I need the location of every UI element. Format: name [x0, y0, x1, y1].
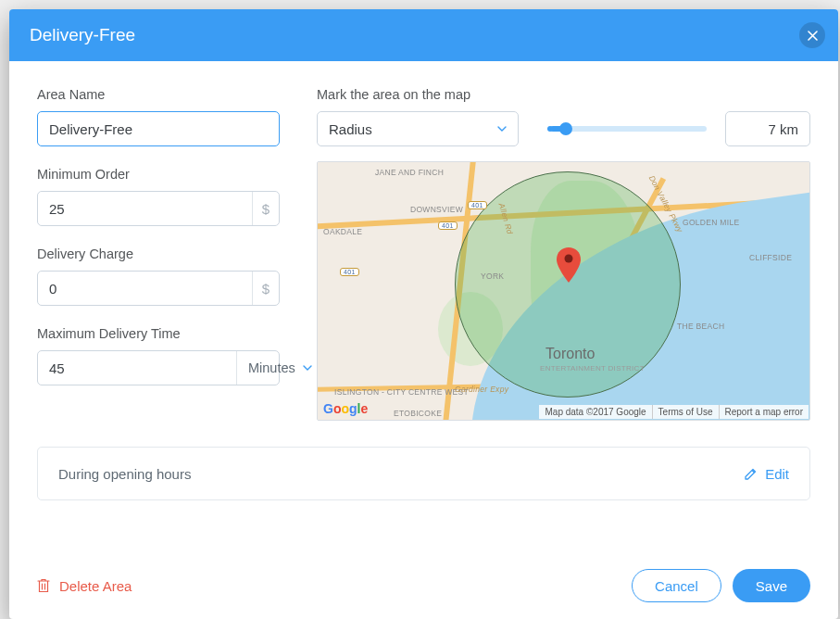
dialog-body: Area Name Minimum Order $ Delivery Charg…: [9, 61, 838, 619]
highway-shield: 401: [468, 201, 487, 209]
edit-label: Edit: [765, 466, 789, 482]
pencil-icon: [744, 467, 758, 481]
currency-suffix: $: [252, 272, 279, 305]
area-name-field-wrap: [37, 111, 280, 146]
max-delivery-time-field-wrap: Minutes: [37, 350, 280, 385]
google-logo: Google: [323, 401, 368, 416]
map-label: JANE AND FINCH: [375, 168, 444, 177]
map-text-labels: JANE AND FINCH DOWNSVIEW GOLDEN MILE CLI…: [318, 162, 809, 420]
minimum-order-input[interactable]: [38, 192, 252, 225]
close-button[interactable]: [799, 22, 825, 48]
area-name-input[interactable]: [38, 112, 279, 145]
close-icon: [808, 31, 818, 41]
dialog-title: Delivery-Free: [30, 25, 135, 45]
map-terms-link[interactable]: Terms of Use: [652, 405, 719, 419]
max-delivery-time-input[interactable]: [38, 351, 236, 385]
map-label: CLIFFSIDE: [749, 253, 792, 262]
map-city-sublabel: ENTERTAINMENT DISTRICT: [540, 364, 645, 373]
delivery-area-dialog: Delivery-Free Area Name Minimum Order $ …: [9, 9, 838, 619]
radius-value: 7 km: [768, 121, 798, 137]
map-report-link[interactable]: Report a map error: [719, 405, 809, 419]
cancel-button[interactable]: Cancel: [632, 569, 721, 602]
map-label: THE BEACH: [677, 322, 724, 331]
mark-area-label: Mark the area on the map: [317, 87, 810, 102]
area-shape-select[interactable]: Radius: [317, 111, 519, 146]
radius-value-box[interactable]: 7 km: [725, 111, 810, 146]
highway-shield: 401: [340, 268, 359, 276]
map-label: DOWNSVIEW: [410, 205, 463, 214]
dialog-footer: Delete Area Cancel Save: [37, 552, 810, 602]
delete-area-link[interactable]: Delete Area: [37, 578, 132, 594]
opening-hours-text: During opening hours: [58, 466, 191, 482]
delete-area-label: Delete Area: [59, 578, 132, 594]
chevron-down-icon: [497, 126, 507, 132]
map-canvas[interactable]: JANE AND FINCH DOWNSVIEW GOLDEN MILE CLI…: [317, 161, 810, 421]
max-delivery-time-label: Maximum Delivery Time: [37, 326, 280, 341]
delivery-charge-field-wrap: $: [37, 271, 280, 306]
chevron-down-icon: [303, 365, 312, 371]
map-attribution: Map data ©2017 Google Terms of Use Repor…: [539, 405, 809, 419]
minimum-order-field-wrap: $: [37, 191, 280, 226]
opening-hours-row: During opening hours Edit: [37, 447, 810, 500]
dialog-header: Delivery-Free: [9, 9, 838, 61]
area-shape-value: Radius: [329, 121, 372, 137]
map-label: YORK: [481, 272, 504, 281]
map-label: GOLDEN MILE: [683, 218, 739, 227]
save-button[interactable]: Save: [733, 569, 810, 602]
area-name-label: Area Name: [37, 87, 280, 102]
highway-shield: 401: [438, 221, 458, 230]
map-data-attrib: Map data ©2017 Google: [539, 405, 651, 419]
save-label: Save: [756, 578, 787, 594]
radius-slider[interactable]: [550, 126, 707, 132]
delivery-charge-input[interactable]: [38, 272, 252, 305]
slider-thumb[interactable]: [559, 122, 572, 135]
minimum-order-label: Minimum Order: [37, 167, 280, 182]
map-city-label: Toronto: [545, 346, 595, 362]
map-label: OAKDALE: [323, 227, 362, 236]
cancel-label: Cancel: [655, 578, 698, 594]
radius-slider-wrap: [532, 126, 712, 132]
time-unit-value: Minutes: [248, 360, 295, 375]
map-label: ETOBICOKE: [394, 409, 442, 418]
map-label: Don Valley Pkwy: [647, 174, 685, 234]
map-label: Allen Rd: [497, 202, 515, 235]
trash-icon: [37, 578, 50, 593]
time-unit-select[interactable]: Minutes: [236, 351, 323, 385]
map-label: Gardiner Expy: [455, 385, 508, 394]
currency-suffix: $: [252, 192, 279, 225]
edit-hours-link[interactable]: Edit: [744, 466, 789, 482]
delivery-charge-label: Delivery Charge: [37, 246, 280, 261]
map-label: ISLINGTON - CITY CENTRE WEST: [334, 388, 469, 397]
